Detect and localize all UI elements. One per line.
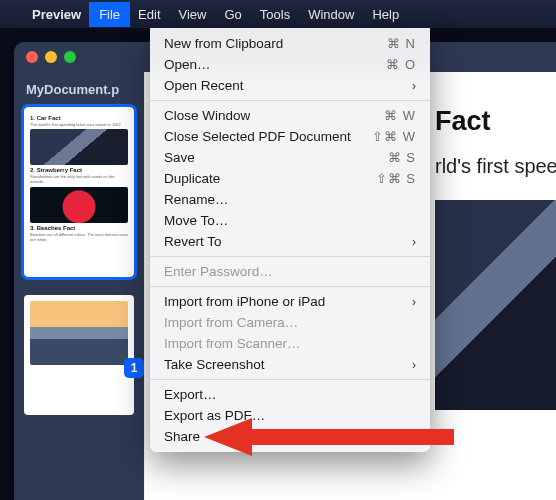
menu-item-label: Close Selected PDF Document — [164, 129, 351, 144]
menu-item-revert-to[interactable]: Revert To› — [150, 231, 430, 252]
chevron-right-icon: › — [412, 295, 416, 309]
page-photo — [435, 200, 556, 410]
menu-item-close-selected-pdf-document[interactable]: Close Selected PDF Document⇧⌘ W — [150, 126, 430, 147]
menu-item-save[interactable]: Save⌘ S — [150, 147, 430, 168]
menu-item-label: Revert To — [164, 234, 222, 249]
menu-separator — [150, 379, 430, 380]
menu-item-label: Duplicate — [164, 171, 220, 186]
menu-help[interactable]: Help — [372, 7, 399, 22]
menu-window[interactable]: Window — [308, 7, 354, 22]
menu-item-label: Import from iPhone or iPad — [164, 294, 325, 309]
page-thumbnail-1[interactable]: 1. Car Fact The world's first speeding t… — [24, 107, 134, 277]
menu-item-open-recent[interactable]: Open Recent› — [150, 75, 430, 96]
page-index-badge: 1 — [124, 358, 144, 378]
thumb-text: Beaches are all different colors. The mo… — [30, 232, 128, 242]
menu-item-label: Open… — [164, 57, 211, 72]
menu-item-new-from-clipboard[interactable]: New from Clipboard⌘ N — [150, 33, 430, 54]
menu-edit[interactable]: Edit — [138, 7, 160, 22]
file-menu-dropdown: New from Clipboard⌘ NOpen…⌘ OOpen Recent… — [150, 28, 430, 452]
menu-shortcut: ⇧⌘ S — [376, 171, 416, 186]
menu-go[interactable]: Go — [224, 7, 241, 22]
menu-item-enter-password: Enter Password… — [150, 261, 430, 282]
close-traffic-light[interactable] — [26, 51, 38, 63]
menu-shortcut: ⇧⌘ W — [372, 129, 416, 144]
annotation-arrow — [204, 414, 454, 460]
thumb-heading: 3. Beaches Fact — [30, 225, 128, 231]
menu-shortcut: ⌘ S — [388, 150, 416, 165]
menu-item-label: Rename… — [164, 192, 229, 207]
zoom-traffic-light[interactable] — [64, 51, 76, 63]
menu-item-label: Import from Camera… — [164, 315, 298, 330]
sidebar: MyDocument.p 1. Car Fact The world's fir… — [14, 72, 144, 500]
menu-item-label: New from Clipboard — [164, 36, 283, 51]
menu-item-label: Share — [164, 429, 200, 444]
menu-item-export[interactable]: Export… — [150, 384, 430, 405]
menu-item-label: Close Window — [164, 108, 250, 123]
page-thumbnail-2[interactable] — [24, 295, 134, 415]
menu-item-label: Open Recent — [164, 78, 244, 93]
chevron-right-icon: › — [412, 235, 416, 249]
thumb-heading: 1. Car Fact — [30, 115, 128, 121]
menu-separator — [150, 286, 430, 287]
page-body-fragment: rld's first speeding — [435, 155, 556, 178]
menu-item-import-from-iphone-or-ipad[interactable]: Import from iPhone or iPad› — [150, 291, 430, 312]
menu-shortcut: ⌘ N — [387, 36, 416, 51]
minimize-traffic-light[interactable] — [45, 51, 57, 63]
chevron-right-icon: › — [412, 79, 416, 93]
menu-separator — [150, 100, 430, 101]
thumb-image-car — [30, 129, 128, 165]
menu-item-rename[interactable]: Rename… — [150, 189, 430, 210]
thumb-image-strawberry — [30, 187, 128, 223]
document-tab[interactable]: MyDocument.p — [24, 78, 134, 107]
menu-item-close-window[interactable]: Close Window⌘ W — [150, 105, 430, 126]
menu-separator — [150, 256, 430, 257]
menu-item-label: Export… — [164, 387, 217, 402]
menu-shortcut: ⌘ O — [386, 57, 416, 72]
page-heading-fragment: Fact — [435, 106, 556, 137]
menu-item-label: Take Screenshot — [164, 357, 265, 372]
menu-item-import-from-camera: Import from Camera… — [150, 312, 430, 333]
svg-marker-0 — [204, 418, 454, 456]
menu-item-label: Save — [164, 150, 195, 165]
menu-item-duplicate[interactable]: Duplicate⇧⌘ S — [150, 168, 430, 189]
menu-view[interactable]: View — [179, 7, 207, 22]
thumb-text: The world's first speeding ticket was is… — [30, 122, 128, 127]
menu-item-move-to[interactable]: Move To… — [150, 210, 430, 231]
menu-item-label: Enter Password… — [164, 264, 273, 279]
thumb-image-sunset — [30, 301, 128, 365]
menu-file[interactable]: File — [89, 2, 130, 27]
thumb-heading: 2. Strawberry Fact — [30, 167, 128, 173]
chevron-right-icon: › — [412, 358, 416, 372]
menu-item-label: Move To… — [164, 213, 228, 228]
menu-item-import-from-scanner: Import from Scanner… — [150, 333, 430, 354]
app-name[interactable]: Preview — [32, 7, 81, 22]
menu-tools[interactable]: Tools — [260, 7, 290, 22]
menu-shortcut: ⌘ W — [384, 108, 416, 123]
thumb-text: Strawberries are the only fruit with see… — [30, 174, 128, 184]
menubar: Preview File Edit View Go Tools Window H… — [0, 0, 556, 28]
menu-item-label: Import from Scanner… — [164, 336, 301, 351]
menu-item-open[interactable]: Open…⌘ O — [150, 54, 430, 75]
menu-item-take-screenshot[interactable]: Take Screenshot› — [150, 354, 430, 375]
